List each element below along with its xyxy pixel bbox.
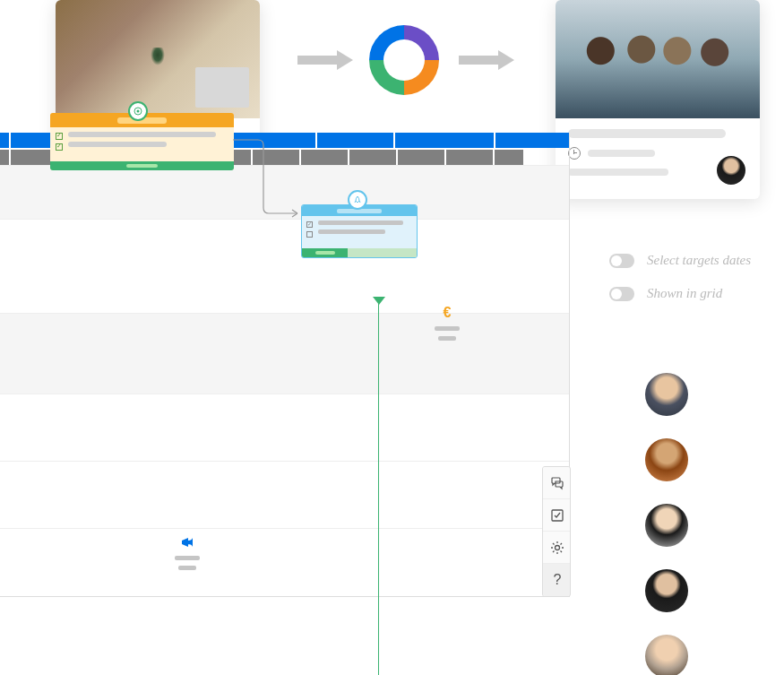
checkbox-button[interactable]: [543, 499, 571, 532]
arrow-right-icon: [459, 50, 514, 70]
placeholder-desc: [568, 169, 668, 176]
clock-icon: [568, 147, 581, 160]
checklist-item-icon[interactable]: [306, 231, 313, 238]
avatar[interactable]: [645, 569, 688, 612]
placeholder-date: [588, 150, 655, 157]
task-progress-bar: [302, 248, 417, 257]
avatar[interactable]: [645, 438, 688, 481]
arrow-right-icon: [297, 50, 353, 70]
help-button[interactable]: ?: [543, 564, 571, 596]
placeholder-line: [438, 336, 456, 341]
checklist-item-icon[interactable]: [56, 133, 63, 140]
svg-point-0: [383, 39, 425, 81]
placeholder-line: [318, 221, 403, 225]
toggle-switch[interactable]: [609, 254, 634, 268]
timeline-row[interactable]: [0, 461, 569, 528]
display-options-panel: Select targets dates Shown in grid: [609, 253, 751, 319]
avatar[interactable]: [715, 154, 747, 186]
euro-icon: €: [439, 305, 455, 321]
placeholder-line: [435, 326, 460, 331]
rocket-icon: [348, 190, 367, 210]
avatar[interactable]: [645, 373, 688, 416]
timeline-row[interactable]: [0, 528, 569, 596]
placeholder-line: [68, 132, 216, 137]
avatar[interactable]: [645, 635, 688, 675]
today-marker-line: [378, 298, 379, 675]
settings-button[interactable]: [543, 532, 571, 564]
placeholder-title: [568, 129, 726, 138]
placeholder-line: [178, 566, 196, 570]
placeholder-line: [318, 229, 385, 234]
project-image-people: [556, 0, 760, 118]
timeline-row[interactable]: [0, 219, 569, 313]
card-body: [556, 118, 760, 199]
placeholder-line: [68, 142, 167, 147]
chat-button[interactable]: [543, 467, 571, 499]
svg-point-4: [556, 545, 560, 550]
timeline-row[interactable]: [0, 165, 569, 219]
toggle-row: Select targets dates: [609, 253, 751, 268]
milestone-announcement[interactable]: [175, 534, 200, 570]
svg-point-2: [137, 110, 140, 113]
megaphone-icon: [179, 534, 195, 550]
project-card-right[interactable]: [556, 0, 760, 199]
timeline-row[interactable]: [0, 313, 569, 394]
milestone-launch[interactable]: [348, 190, 367, 210]
target-icon: [128, 101, 148, 121]
avatar[interactable]: [645, 504, 688, 547]
task-progress-bar: [50, 161, 234, 170]
task-card-orange[interactable]: [50, 113, 234, 170]
task-card-blue[interactable]: [301, 204, 418, 258]
milestone-target[interactable]: [128, 101, 148, 121]
toggle-switch[interactable]: [609, 287, 634, 301]
toggle-row: Shown in grid: [609, 286, 751, 301]
placeholder-line: [175, 556, 200, 560]
team-avatars: [645, 373, 688, 675]
milestone-euro[interactable]: €: [435, 305, 460, 341]
toggle-label: Shown in grid: [647, 286, 722, 301]
toggle-label: Select targets dates: [647, 253, 751, 268]
timeline-row[interactable]: [0, 394, 569, 461]
project-image-office: [56, 0, 260, 118]
donut-chart-icon: [366, 22, 443, 99]
checklist-item-icon[interactable]: [56, 143, 63, 151]
checklist-item-icon[interactable]: [306, 221, 313, 228]
side-toolbar: ?: [542, 466, 571, 597]
gantt-timeline[interactable]: €: [0, 133, 570, 597]
